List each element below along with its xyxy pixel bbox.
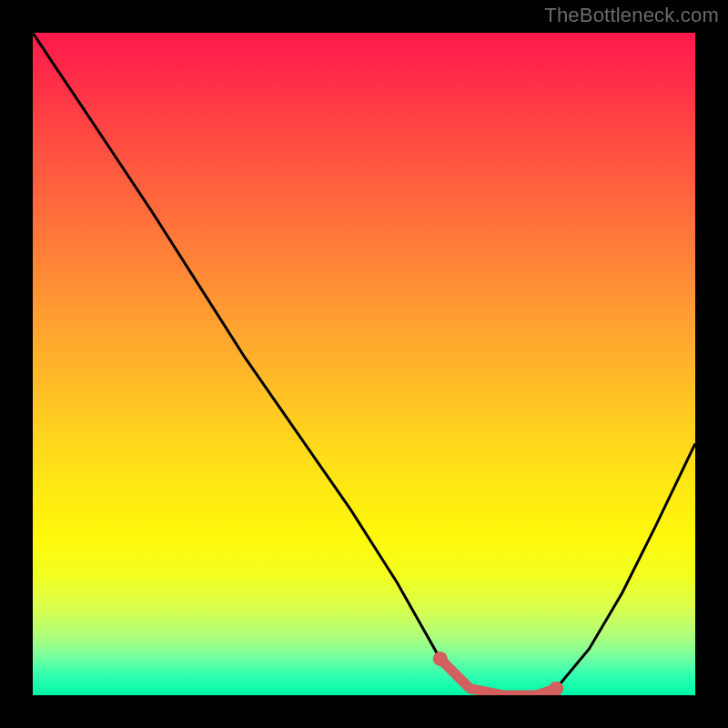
highlight-dot-left — [433, 652, 448, 666]
chart-frame: TheBottleneck.com — [0, 0, 728, 728]
highlight-dot-right — [549, 682, 563, 695]
highlight-segment — [440, 659, 556, 695]
plot-area — [33, 33, 695, 695]
bottleneck-curve — [33, 33, 695, 695]
chart-svg — [33, 33, 695, 695]
attribution-label: TheBottleneck.com — [544, 4, 719, 27]
